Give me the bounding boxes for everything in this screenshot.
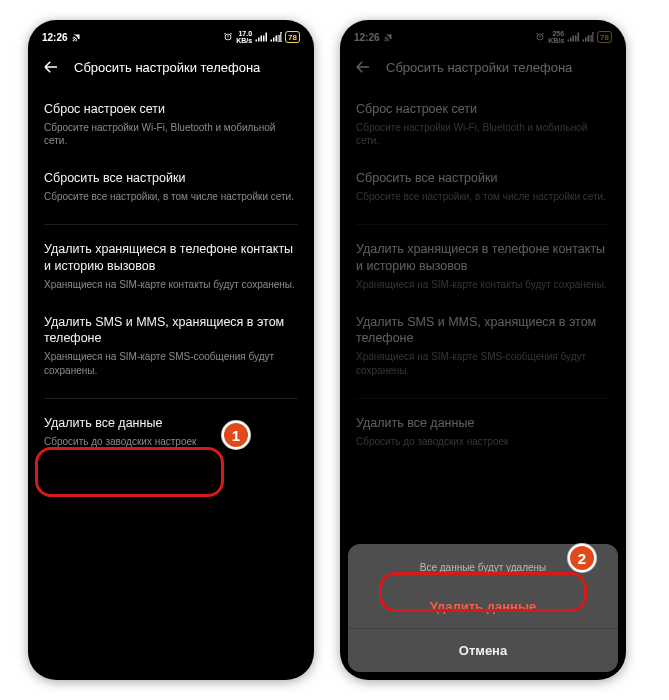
item-delete-contacts[interactable]: Удалить хранящиеся в телефоне контакты и… [356,224,610,302]
page-header: Сбросить настройки телефона [28,48,314,90]
confirm-delete-button[interactable]: Удалить данные [348,585,618,628]
alarm-icon [223,32,233,42]
cancel-button[interactable]: Отмена [348,628,618,672]
annotation-badge-1: 1 [222,421,250,449]
settings-list: Сброс настроек сети Сбросите настройки W… [28,90,314,460]
page-header: Сбросить настройки телефона [340,48,626,90]
signal-icon-2 [270,32,282,42]
back-icon[interactable] [354,58,372,76]
page-title: Сбросить настройки телефона [74,60,260,75]
net-speed: 17.0KB/s [236,30,252,44]
annotation-badge-2: 2 [568,544,596,572]
phone-screenshot-2: 12:26 256KB/s 78 Сбросить настройки теле… [340,20,626,680]
status-bar: 12:26 17.0KB/s 78 [28,20,314,48]
net-speed: 256KB/s [548,30,564,44]
cast-icon [384,33,393,42]
signal-icon-2 [582,32,594,42]
settings-list: Сброс настроек сети Сбросите настройки W… [340,90,626,460]
back-icon[interactable] [42,58,60,76]
battery-icon: 78 [285,31,300,43]
signal-icon [567,32,579,42]
item-wipe-data[interactable]: Удалить все данные Сбросить до заводских… [356,398,610,459]
clock: 12:26 [354,32,393,43]
signal-icon [255,32,267,42]
status-bar: 12:26 256KB/s 78 [340,20,626,48]
item-wipe-data[interactable]: Удалить все данные Сбросить до заводских… [44,398,298,459]
item-reset-network[interactable]: Сброс настроек сети Сбросите настройки W… [356,90,610,159]
battery-icon: 78 [597,31,612,43]
item-delete-sms[interactable]: Удалить SMS и MMS, хранящиеся в этом тел… [356,303,610,389]
item-reset-all-settings[interactable]: Сбросить все настройки Сбросите все наст… [44,159,298,214]
clock: 12:26 [42,32,81,43]
cast-icon [72,33,81,42]
alarm-icon [535,32,545,42]
item-reset-all-settings[interactable]: Сбросить все настройки Сбросите все наст… [356,159,610,214]
item-delete-contacts[interactable]: Удалить хранящиеся в телефоне контакты и… [44,224,298,302]
page-title: Сбросить настройки телефона [386,60,572,75]
item-delete-sms[interactable]: Удалить SMS и MMS, хранящиеся в этом тел… [44,303,298,389]
item-reset-network[interactable]: Сброс настроек сети Сбросите настройки W… [44,90,298,159]
phone-screenshot-1: 12:26 17.0KB/s 78 Сбросить настройки тел… [28,20,314,680]
